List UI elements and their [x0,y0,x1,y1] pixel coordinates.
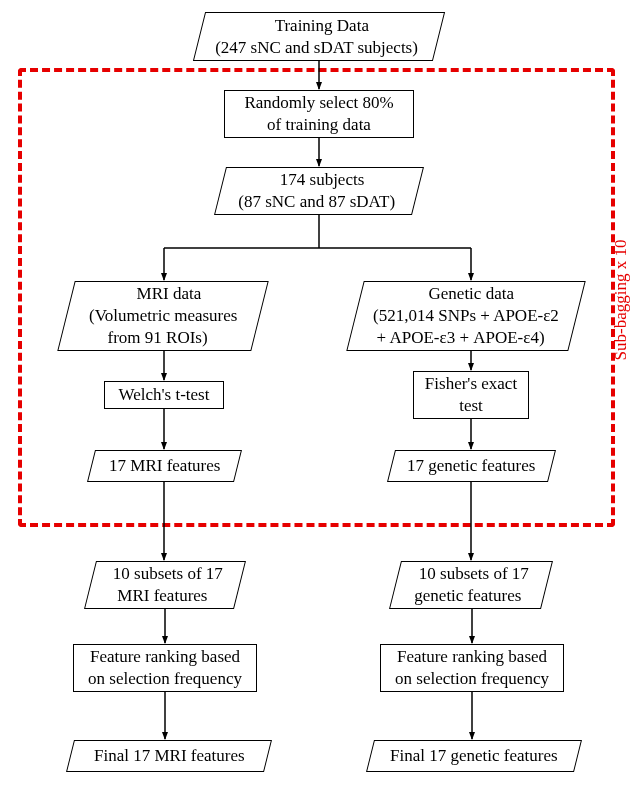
arrows [0,0,640,799]
flowchart: Sub-bagging x 10 Training Data (247 sNC … [0,0,640,799]
